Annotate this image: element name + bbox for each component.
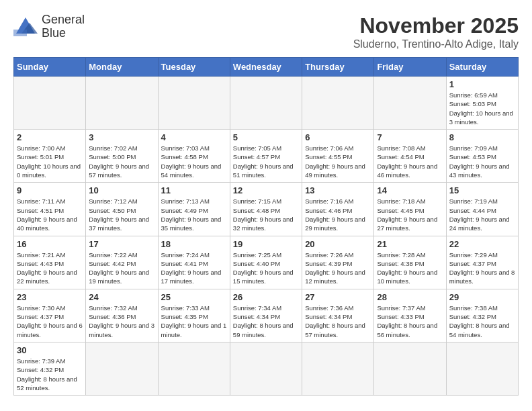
day-info: Sunrise: 7:18 AM Sunset: 4:45 PM Dayligh… (377, 197, 443, 232)
calendar-day-cell (230, 77, 302, 130)
day-number: 9 (17, 185, 83, 195)
day-info: Sunrise: 7:26 AM Sunset: 4:39 PM Dayligh… (305, 250, 371, 286)
calendar-day-cell: 9Sunrise: 7:11 AM Sunset: 4:51 PM Daylig… (14, 183, 86, 236)
day-info: Sunrise: 7:06 AM Sunset: 4:55 PM Dayligh… (305, 144, 371, 179)
day-number: 7 (377, 132, 443, 142)
calendar-day-cell: 22Sunrise: 7:29 AM Sunset: 4:37 PM Dayli… (446, 236, 518, 289)
day-number: 18 (161, 239, 227, 249)
calendar-day-cell: 18Sunrise: 7:24 AM Sunset: 4:41 PM Dayli… (158, 236, 230, 289)
calendar-day-cell: 7Sunrise: 7:08 AM Sunset: 4:54 PM Daylig… (374, 130, 446, 183)
day-number: 17 (89, 239, 154, 249)
day-number: 21 (377, 239, 443, 249)
calendar-day-cell (86, 77, 158, 130)
calendar-day-cell: 12Sunrise: 7:15 AM Sunset: 4:48 PM Dayli… (230, 183, 302, 236)
day-info: Sunrise: 7:19 AM Sunset: 4:44 PM Dayligh… (449, 197, 515, 232)
calendar-day-cell: 6Sunrise: 7:06 AM Sunset: 4:55 PM Daylig… (302, 130, 374, 183)
day-info: Sunrise: 7:22 AM Sunset: 4:42 PM Dayligh… (89, 250, 154, 286)
day-info: Sunrise: 7:38 AM Sunset: 4:32 PM Dayligh… (449, 304, 515, 339)
day-info: Sunrise: 7:29 AM Sunset: 4:37 PM Dayligh… (449, 250, 515, 286)
day-number: 29 (449, 292, 515, 302)
calendar-day-cell (374, 77, 446, 130)
weekday-header-cell: Thursday (302, 58, 374, 77)
calendar-day-cell (374, 342, 446, 395)
calendar-day-cell: 13Sunrise: 7:16 AM Sunset: 4:46 PM Dayli… (302, 183, 374, 236)
calendar-day-cell: 19Sunrise: 7:25 AM Sunset: 4:40 PM Dayli… (230, 236, 302, 289)
calendar-day-cell: 14Sunrise: 7:18 AM Sunset: 4:45 PM Dayli… (374, 183, 446, 236)
day-info: Sunrise: 7:25 AM Sunset: 4:40 PM Dayligh… (233, 250, 299, 286)
day-number: 26 (233, 292, 299, 302)
day-number: 1 (449, 79, 515, 89)
day-info: Sunrise: 7:00 AM Sunset: 5:01 PM Dayligh… (17, 144, 83, 179)
weekday-header-cell: Monday (86, 58, 158, 77)
day-number: 4 (161, 132, 227, 142)
weekday-header-cell: Wednesday (230, 58, 302, 77)
day-number: 19 (233, 239, 299, 249)
weekday-header-row: SundayMondayTuesdayWednesdayThursdayFrid… (14, 58, 519, 77)
day-info: Sunrise: 7:02 AM Sunset: 5:00 PM Dayligh… (89, 144, 154, 179)
calendar-week-row: 30Sunrise: 7:39 AM Sunset: 4:32 PM Dayli… (14, 342, 519, 395)
day-number: 12 (233, 185, 299, 195)
calendar-day-cell (86, 342, 158, 395)
day-info: Sunrise: 7:11 AM Sunset: 4:51 PM Dayligh… (17, 197, 83, 232)
weekday-header-cell: Tuesday (158, 58, 230, 77)
day-number: 11 (161, 185, 227, 195)
day-number: 10 (89, 185, 154, 195)
day-number: 30 (17, 345, 83, 355)
day-info: Sunrise: 7:03 AM Sunset: 4:58 PM Dayligh… (161, 144, 227, 179)
day-info: Sunrise: 7:08 AM Sunset: 4:54 PM Dayligh… (377, 144, 443, 179)
calendar-day-cell (302, 342, 374, 395)
calendar-week-row: 23Sunrise: 7:30 AM Sunset: 4:37 PM Dayli… (14, 289, 519, 342)
day-number: 3 (89, 132, 154, 142)
title-area: November 2025 Sluderno, Trentino-Alto Ad… (353, 13, 519, 50)
day-info: Sunrise: 6:59 AM Sunset: 5:03 PM Dayligh… (449, 91, 515, 126)
day-number: 2 (17, 132, 83, 142)
day-info: Sunrise: 7:09 AM Sunset: 4:53 PM Dayligh… (449, 144, 515, 179)
calendar-day-cell: 26Sunrise: 7:34 AM Sunset: 4:34 PM Dayli… (230, 289, 302, 342)
day-info: Sunrise: 7:36 AM Sunset: 4:34 PM Dayligh… (305, 304, 371, 339)
calendar-day-cell: 17Sunrise: 7:22 AM Sunset: 4:42 PM Dayli… (86, 236, 158, 289)
day-info: Sunrise: 7:28 AM Sunset: 4:38 PM Dayligh… (377, 250, 443, 286)
day-info: Sunrise: 7:24 AM Sunset: 4:41 PM Dayligh… (161, 250, 227, 286)
day-info: Sunrise: 7:30 AM Sunset: 4:37 PM Dayligh… (17, 304, 83, 339)
calendar-day-cell (158, 342, 230, 395)
calendar-day-cell: 30Sunrise: 7:39 AM Sunset: 4:32 PM Dayli… (14, 342, 86, 395)
day-info: Sunrise: 7:15 AM Sunset: 4:48 PM Dayligh… (233, 197, 299, 232)
calendar-day-cell: 23Sunrise: 7:30 AM Sunset: 4:37 PM Dayli… (14, 289, 86, 342)
calendar-week-row: 16Sunrise: 7:21 AM Sunset: 4:43 PM Dayli… (14, 236, 519, 289)
calendar-day-cell (446, 342, 518, 395)
day-number: 6 (305, 132, 371, 142)
calendar-day-cell: 29Sunrise: 7:38 AM Sunset: 4:32 PM Dayli… (446, 289, 518, 342)
calendar-table: SundayMondayTuesdayWednesdayThursdayFrid… (13, 57, 519, 396)
day-number: 8 (449, 132, 515, 142)
calendar-day-cell: 15Sunrise: 7:19 AM Sunset: 4:44 PM Dayli… (446, 183, 518, 236)
day-number: 13 (305, 185, 371, 195)
calendar-week-row: 2Sunrise: 7:00 AM Sunset: 5:01 PM Daylig… (14, 130, 519, 183)
day-number: 23 (17, 292, 83, 302)
calendar-week-row: 1Sunrise: 6:59 AM Sunset: 5:03 PM Daylig… (14, 77, 519, 130)
weekday-header-cell: Saturday (446, 58, 518, 77)
day-number: 20 (305, 239, 371, 249)
day-number: 25 (161, 292, 227, 302)
header: General Blue November 2025 Sluderno, Tre… (13, 13, 519, 50)
calendar-day-cell: 4Sunrise: 7:03 AM Sunset: 4:58 PM Daylig… (158, 130, 230, 183)
logo-text: General Blue (42, 13, 85, 40)
calendar-day-cell: 5Sunrise: 7:05 AM Sunset: 4:57 PM Daylig… (230, 130, 302, 183)
svg-rect-2 (13, 30, 27, 36)
calendar-day-cell: 16Sunrise: 7:21 AM Sunset: 4:43 PM Dayli… (14, 236, 86, 289)
day-info: Sunrise: 7:32 AM Sunset: 4:36 PM Dayligh… (89, 304, 154, 339)
logo: General Blue (13, 13, 85, 40)
day-info: Sunrise: 7:05 AM Sunset: 4:57 PM Dayligh… (233, 144, 299, 179)
calendar-day-cell: 20Sunrise: 7:26 AM Sunset: 4:39 PM Dayli… (302, 236, 374, 289)
calendar-day-cell: 21Sunrise: 7:28 AM Sunset: 4:38 PM Dayli… (374, 236, 446, 289)
day-number: 16 (17, 239, 83, 249)
calendar-week-row: 9Sunrise: 7:11 AM Sunset: 4:51 PM Daylig… (14, 183, 519, 236)
day-info: Sunrise: 7:33 AM Sunset: 4:35 PM Dayligh… (161, 304, 227, 339)
calendar-day-cell (230, 342, 302, 395)
day-number: 27 (305, 292, 371, 302)
calendar-day-cell: 11Sunrise: 7:13 AM Sunset: 4:49 PM Dayli… (158, 183, 230, 236)
calendar-title: November 2025 (353, 13, 519, 38)
day-info: Sunrise: 7:12 AM Sunset: 4:50 PM Dayligh… (89, 197, 154, 232)
calendar-day-cell (14, 77, 86, 130)
logo-icon (13, 15, 38, 39)
day-number: 14 (377, 185, 443, 195)
